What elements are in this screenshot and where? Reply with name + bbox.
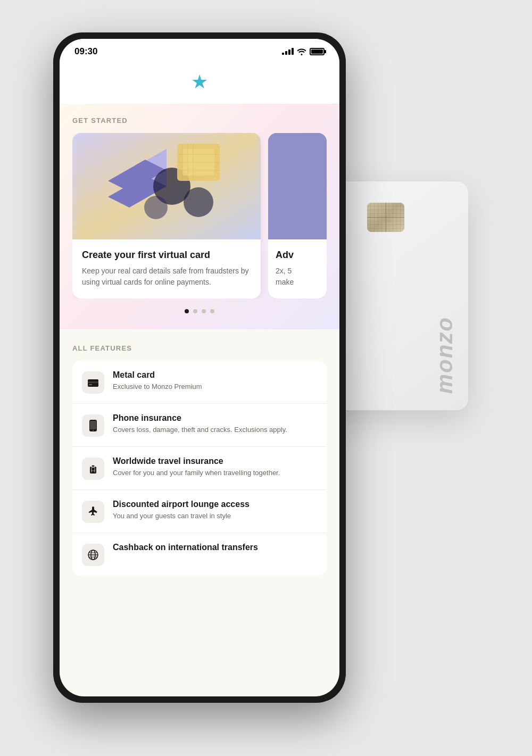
feature-item-lounge[interactable]: Discounted airport lounge access You and… [72, 490, 327, 533]
dot-1[interactable] [185, 309, 189, 313]
carousel-card-image-1 [72, 133, 261, 239]
feature-text-cashback: Cashback on international transfers [113, 543, 317, 554]
carousel-card-content-1: Create your first virtual card Keep your… [72, 239, 261, 298]
all-features-label: ALL FEATURES [72, 344, 327, 352]
globe-icon [87, 549, 99, 561]
carousel-card-2[interactable]: Adv 2x, 5make [268, 133, 327, 298]
luggage-icon [87, 463, 99, 475]
dot-2[interactable] [193, 309, 197, 313]
phone-icon [89, 419, 97, 432]
feature-text-travel: Worldwide travel insurance Cover for you… [113, 456, 317, 478]
all-features-section: ALL FEATURES Metal card [60, 329, 339, 576]
feature-item-phone-insurance[interactable]: Phone insurance Covers loss, damage, the… [72, 404, 327, 447]
carousel-card-title-2: Adv [276, 249, 319, 261]
svg-rect-22 [90, 421, 96, 429]
star-header: ★ [60, 62, 339, 104]
get-started-section: GET STARTED [60, 104, 339, 329]
svg-rect-25 [92, 465, 95, 467]
monzo-logo: monzo [432, 317, 458, 394]
status-bar: 09:30 [60, 39, 339, 62]
svg-rect-27 [94, 468, 95, 472]
star-icon: ★ [191, 71, 208, 93]
svg-point-23 [93, 430, 94, 431]
feature-desc-phone: Covers loss, damage, theft and cracks. E… [113, 425, 317, 435]
status-time: 09:30 [74, 46, 97, 57]
battery-icon [310, 48, 325, 55]
feature-title-lounge: Discounted airport lounge access [113, 500, 317, 509]
get-started-label: GET STARTED [72, 117, 327, 124]
feature-icon-wrap-lounge [82, 501, 104, 523]
phone-device: 09:30 [53, 32, 346, 703]
carousel-card-desc-2: 2x, 5make [276, 265, 319, 288]
card-carousel[interactable]: Create your first virtual card Keep your… [72, 133, 327, 298]
plane-icon [87, 506, 99, 518]
feature-desc-travel: Cover for you and your family when trave… [113, 468, 317, 478]
feature-text-lounge: Discounted airport lounge access You and… [113, 500, 317, 521]
signal-icon [282, 48, 294, 55]
card-chip [367, 203, 404, 232]
svg-point-9 [144, 196, 168, 219]
svg-rect-28 [91, 470, 95, 471]
svg-point-8 [184, 187, 213, 217]
feature-title-cashback: Cashback on international transfers [113, 543, 317, 552]
feature-item-cashback[interactable]: Cashback on international transfers [72, 533, 327, 576]
feature-text-metal-card: Metal card Exclusive to Monzo Premium [113, 370, 317, 392]
scene: monzo 09:30 [53, 32, 479, 724]
feature-desc-metal-card: Exclusive to Monzo Premium [113, 382, 317, 392]
dot-3[interactable] [202, 309, 206, 313]
carousel-card-title-1: Create your first virtual card [82, 249, 251, 261]
wifi-icon [297, 48, 306, 55]
phone-screen: 09:30 [60, 39, 339, 696]
card-icon [87, 378, 99, 387]
carousel-dots [72, 309, 327, 313]
svg-rect-24 [90, 467, 96, 473]
features-list: Metal card Exclusive to Monzo Premium [72, 361, 327, 576]
feature-icon-wrap-travel [82, 458, 104, 480]
feature-title-phone: Phone insurance [113, 413, 317, 423]
svg-rect-20 [89, 384, 92, 385]
dot-4[interactable] [210, 309, 214, 313]
carousel-card-desc-1: Keep your real card details safe from fr… [82, 265, 251, 288]
feature-item-travel-insurance[interactable]: Worldwide travel insurance Cover for you… [72, 447, 327, 490]
feature-icon-wrap-metal-card [82, 371, 104, 394]
feature-title-metal-card: Metal card [113, 370, 317, 380]
status-icons [282, 48, 325, 55]
feature-icon-wrap-phone [82, 414, 104, 437]
feature-item-metal-card[interactable]: Metal card Exclusive to Monzo Premium [72, 361, 327, 404]
feature-title-travel: Worldwide travel insurance [113, 456, 317, 466]
feature-text-phone: Phone insurance Covers loss, damage, the… [113, 413, 317, 435]
feature-icon-wrap-globe [82, 544, 104, 566]
svg-rect-19 [88, 381, 98, 383]
feature-desc-lounge: You and your guests can travel in style [113, 511, 317, 521]
svg-rect-26 [91, 468, 92, 472]
carousel-card-1[interactable]: Create your first virtual card Keep your… [72, 133, 261, 298]
